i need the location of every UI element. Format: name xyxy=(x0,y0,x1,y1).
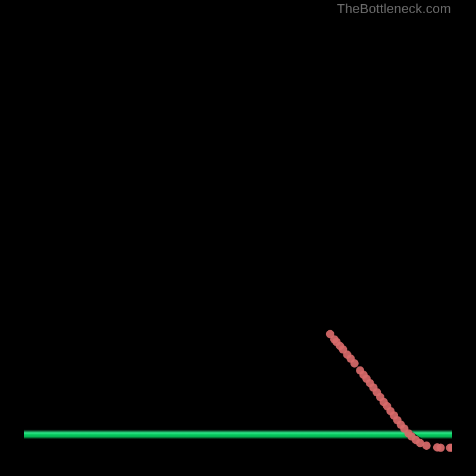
data-marker xyxy=(400,424,408,433)
data-marker xyxy=(386,407,394,415)
data-marker xyxy=(339,345,347,353)
data-marker xyxy=(369,383,378,392)
data-marker xyxy=(393,416,402,424)
data-marker xyxy=(405,429,413,437)
data-marker xyxy=(433,443,441,452)
data-marker xyxy=(330,335,339,343)
green-accent-stripe xyxy=(24,430,452,439)
bottleneck-curve-line xyxy=(24,15,452,448)
data-marker xyxy=(343,350,352,359)
chart-frame: TheBottleneck.com xyxy=(0,0,476,476)
data-marker xyxy=(372,388,381,396)
data-marker xyxy=(376,393,384,401)
data-marker xyxy=(408,433,416,441)
data-marker xyxy=(448,444,452,452)
data-marker xyxy=(422,441,431,450)
data-marker xyxy=(359,371,368,379)
data-marker xyxy=(362,375,371,383)
data-markers-group xyxy=(326,330,452,452)
data-marker xyxy=(412,436,420,444)
plot-area xyxy=(24,15,452,452)
data-marker xyxy=(356,367,364,375)
data-marker xyxy=(350,359,359,368)
data-marker xyxy=(326,330,334,339)
data-marker xyxy=(333,338,341,346)
data-marker xyxy=(336,342,344,350)
data-marker xyxy=(437,444,445,452)
data-marker xyxy=(366,379,374,387)
data-marker xyxy=(383,402,392,411)
data-marker xyxy=(416,439,424,447)
data-marker xyxy=(446,444,452,452)
data-marker xyxy=(397,421,405,429)
data-marker xyxy=(390,411,398,419)
data-marker xyxy=(380,398,388,406)
chart-overlay-svg xyxy=(24,15,452,452)
data-marker xyxy=(346,355,355,363)
